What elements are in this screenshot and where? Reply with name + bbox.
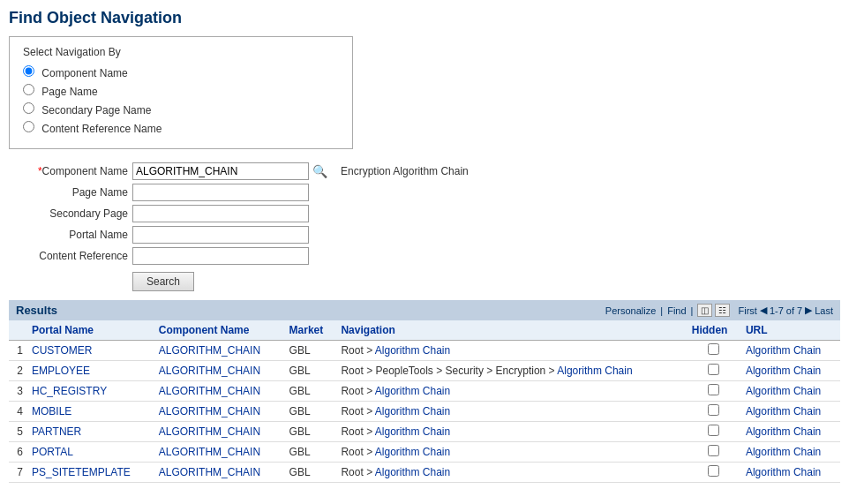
cell-market: GBL — [284, 463, 336, 483]
nav-link[interactable]: Algorithm Chain — [375, 405, 450, 417]
component-name-input[interactable] — [132, 162, 309, 180]
url-link[interactable]: Algorithm Chain — [746, 405, 821, 417]
personalize-link[interactable]: Personalize — [605, 305, 656, 316]
table-icon-btn[interactable]: ☷ — [715, 304, 730, 317]
page-title: Find Object Navigation — [9, 9, 840, 27]
hidden-checkbox[interactable] — [708, 404, 719, 416]
component-link[interactable]: ALGORITHM_CHAIN — [159, 446, 260, 458]
radio-content-reference[interactable] — [23, 121, 34, 132]
hidden-checkbox[interactable] — [708, 425, 719, 436]
hidden-checkbox[interactable] — [708, 384, 719, 395]
cell-component: ALGORITHM_CHAIN — [154, 361, 284, 381]
nav-select-title: Select Navigation By — [23, 46, 339, 58]
portal-name-label: Portal Name — [9, 229, 132, 241]
url-link[interactable]: Algorithm Chain — [746, 425, 821, 438]
url-link[interactable]: Algorithm Chain — [746, 365, 821, 377]
component-link[interactable]: ALGORITHM_CHAIN — [159, 344, 260, 357]
radio-component-name[interactable] — [23, 65, 34, 77]
portal-link[interactable]: PORTAL — [32, 446, 73, 458]
portal-link[interactable]: EMPLOYEE — [32, 365, 90, 377]
find-link[interactable]: Find — [667, 305, 686, 316]
table-header-row: Portal Name Component Name Market Naviga… — [9, 320, 840, 341]
cell-navigation: Root > Algorithm Chain — [335, 442, 686, 463]
cell-component: ALGORITHM_CHAIN — [154, 422, 284, 442]
prev-icon[interactable]: ◀ — [760, 305, 767, 316]
option-component-name[interactable]: Component Name — [23, 65, 339, 79]
nav-link[interactable]: Algorithm Chain — [375, 385, 450, 397]
radio-secondary-page[interactable] — [23, 102, 34, 114]
component-link[interactable]: ALGORITHM_CHAIN — [159, 405, 260, 417]
url-link[interactable]: Algorithm Chain — [746, 385, 821, 397]
col-navigation: Navigation — [335, 320, 686, 341]
last-link[interactable]: Last — [815, 305, 833, 316]
cell-portal: PS_SITETEMPLATE — [26, 463, 154, 483]
next-icon[interactable]: ▶ — [805, 305, 812, 316]
portal-link[interactable]: MOBILE — [32, 405, 71, 417]
hidden-checkbox[interactable] — [708, 465, 719, 477]
row-number: 3 — [9, 381, 26, 402]
col-url: URL — [740, 320, 840, 341]
nav-link[interactable]: Algorithm Chain — [557, 365, 632, 377]
results-header: Results Personalize | Find | ◫ ☷ First ◀… — [9, 300, 840, 320]
secondary-page-label: Secondary Page — [9, 207, 132, 220]
portal-link[interactable]: CUSTOMER — [32, 344, 92, 357]
hidden-checkbox[interactable] — [708, 343, 719, 355]
content-reference-label: Content Reference — [9, 250, 132, 262]
nav-link[interactable]: Algorithm Chain — [375, 466, 450, 478]
component-link[interactable]: ALGORITHM_CHAIN — [159, 466, 260, 478]
option-page-label: Page Name — [41, 86, 97, 98]
cell-url: Algorithm Chain — [740, 463, 840, 483]
col-portal-name: Portal Name — [26, 320, 154, 341]
nav-link[interactable]: Algorithm Chain — [375, 446, 450, 458]
option-secondary-page[interactable]: Secondary Page Name — [23, 102, 339, 117]
cell-portal: CUSTOMER — [26, 341, 154, 361]
table-row: 4MOBILEALGORITHM_CHAINGBLRoot > Algorith… — [9, 402, 840, 422]
cell-component: ALGORITHM_CHAIN — [154, 381, 284, 402]
secondary-page-input[interactable] — [132, 205, 309, 222]
first-link[interactable]: First — [739, 305, 757, 316]
cell-hidden — [687, 422, 740, 442]
grid-icon-btn[interactable]: ◫ — [697, 304, 712, 317]
table-row: 7PS_SITETEMPLATEALGORITHM_CHAINGBLRoot >… — [9, 463, 840, 483]
content-reference-input[interactable] — [132, 247, 309, 265]
cell-navigation: Root > Algorithm Chain — [335, 463, 686, 483]
cell-url: Algorithm Chain — [740, 422, 840, 442]
hidden-checkbox[interactable] — [708, 364, 719, 375]
url-link[interactable]: Algorithm Chain — [746, 446, 821, 458]
table-row: 3HC_REGISTRYALGORITHM_CHAINGBLRoot > Alg… — [9, 381, 840, 402]
component-link[interactable]: ALGORITHM_CHAIN — [159, 365, 260, 377]
nav-select-box: Select Navigation By Component Name Page… — [9, 36, 353, 149]
col-market: Market — [284, 320, 336, 341]
portal-link[interactable]: PS_SITETEMPLATE — [32, 466, 131, 478]
option-page-name[interactable]: Page Name — [23, 84, 339, 98]
component-link[interactable]: ALGORITHM_CHAIN — [159, 385, 260, 397]
nav-link[interactable]: Algorithm Chain — [375, 425, 450, 438]
option-content-reference[interactable]: Content Reference Name — [23, 121, 339, 135]
url-link[interactable]: Algorithm Chain — [746, 466, 821, 478]
cell-portal: PORTAL — [26, 442, 154, 463]
portal-link[interactable]: PARTNER — [32, 425, 81, 438]
nav-link[interactable]: Algorithm Chain — [375, 344, 450, 357]
cell-component: ALGORITHM_CHAIN — [154, 442, 284, 463]
option-component-label: Component Name — [41, 67, 127, 79]
row-number: 6 — [9, 442, 26, 463]
component-link[interactable]: ALGORITHM_CHAIN — [159, 425, 260, 438]
row-number: 4 — [9, 402, 26, 422]
radio-page-name[interactable] — [23, 84, 34, 95]
page-name-input[interactable] — [132, 184, 309, 201]
cell-url: Algorithm Chain — [740, 341, 840, 361]
hidden-checkbox[interactable] — [708, 445, 719, 456]
portal-link[interactable]: HC_REGISTRY — [32, 385, 107, 397]
component-name-desc: Encryption Algorithm Chain — [341, 165, 469, 177]
cell-component: ALGORITHM_CHAIN — [154, 463, 284, 483]
cell-url: Algorithm Chain — [740, 361, 840, 381]
table-row: 1CUSTOMERALGORITHM_CHAINGBLRoot > Algori… — [9, 341, 840, 361]
component-name-row: *Component Name 🔍 Encryption Algorithm C… — [9, 162, 840, 180]
portal-name-input[interactable] — [132, 226, 309, 244]
table-row: 6PORTALALGORITHM_CHAINGBLRoot > Algorith… — [9, 442, 840, 463]
url-link[interactable]: Algorithm Chain — [746, 344, 821, 357]
results-section: Results Personalize | Find | ◫ ☷ First ◀… — [9, 300, 840, 483]
cell-hidden — [687, 442, 740, 463]
search-button[interactable]: Search — [132, 272, 194, 291]
lookup-icon[interactable]: 🔍 — [312, 164, 327, 178]
